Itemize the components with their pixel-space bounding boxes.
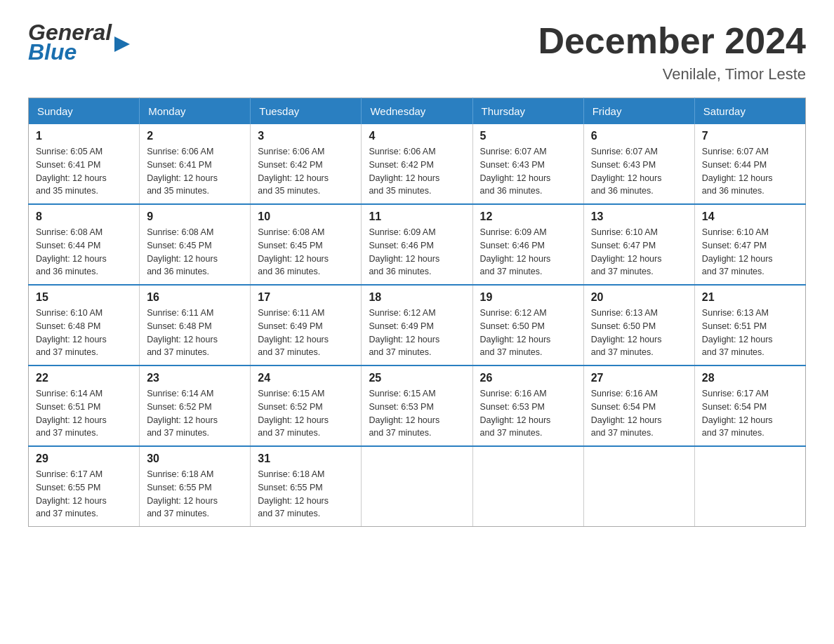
logo-blue-text: Blue [28,41,77,63]
calendar-day-cell: 23 Sunrise: 6:14 AMSunset: 6:52 PMDaylig… [140,365,251,446]
calendar-day-cell: 13 Sunrise: 6:10 AMSunset: 6:47 PMDaylig… [583,204,694,285]
calendar-table: SundayMondayTuesdayWednesdayThursdayFrid… [28,98,806,527]
calendar-day-cell: 19 Sunrise: 6:12 AMSunset: 6:50 PMDaylig… [472,285,583,365]
calendar-day-cell: 25 Sunrise: 6:15 AMSunset: 6:53 PMDaylig… [362,365,472,446]
day-info: Sunrise: 6:13 AMSunset: 6:51 PMDaylight:… [702,308,773,357]
calendar-day-cell: 31 Sunrise: 6:18 AMSunset: 6:55 PMDaylig… [251,446,362,527]
day-info: Sunrise: 6:15 AMSunset: 6:53 PMDaylight:… [369,389,439,438]
weekday-header: Thursday [472,98,583,125]
calendar-day-cell: 26 Sunrise: 6:16 AMSunset: 6:53 PMDaylig… [472,365,583,446]
day-number: 31 [258,452,354,465]
logo-triangle-icon [114,36,130,52]
day-number: 11 [369,210,465,223]
day-info: Sunrise: 6:09 AMSunset: 6:46 PMDaylight:… [480,227,551,276]
day-info: Sunrise: 6:17 AMSunset: 6:54 PMDaylight:… [702,389,773,438]
day-info: Sunrise: 6:12 AMSunset: 6:50 PMDaylight:… [480,308,551,357]
day-number: 14 [702,210,798,223]
calendar-day-cell: 24 Sunrise: 6:15 AMSunset: 6:52 PMDaylig… [251,365,362,446]
day-info: Sunrise: 6:05 AMSunset: 6:41 PMDaylight:… [36,147,107,196]
day-info: Sunrise: 6:10 AMSunset: 6:47 PMDaylight:… [591,227,662,276]
page-title: December 2024 [538,21,806,61]
weekday-header: Saturday [694,98,805,125]
day-number: 6 [591,130,687,142]
calendar-week-row: 29 Sunrise: 6:17 AMSunset: 6:55 PMDaylig… [29,446,806,527]
day-info: Sunrise: 6:14 AMSunset: 6:52 PMDaylight:… [147,389,218,438]
day-number: 26 [480,372,576,384]
day-number: 19 [480,291,576,304]
calendar-day-cell: 21 Sunrise: 6:13 AMSunset: 6:51 PMDaylig… [694,285,805,365]
calendar-day-cell: 27 Sunrise: 6:16 AMSunset: 6:54 PMDaylig… [583,365,694,446]
page-header: General Blue December 2024 Venilale, Tim… [28,21,806,83]
day-number: 22 [36,372,132,384]
day-number: 4 [369,130,465,142]
day-number: 13 [591,210,687,223]
calendar-day-cell: 14 Sunrise: 6:10 AMSunset: 6:47 PMDaylig… [694,204,805,285]
calendar-day-cell: 2 Sunrise: 6:06 AMSunset: 6:41 PMDayligh… [140,124,251,204]
calendar-day-cell: 6 Sunrise: 6:07 AMSunset: 6:43 PMDayligh… [583,124,694,204]
day-number: 17 [258,291,354,304]
day-number: 16 [147,291,243,304]
day-info: Sunrise: 6:17 AMSunset: 6:55 PMDaylight:… [36,469,107,518]
weekday-header: Friday [583,98,694,125]
calendar-day-cell: 1 Sunrise: 6:05 AMSunset: 6:41 PMDayligh… [29,124,140,204]
logo: General Blue [28,21,114,63]
day-info: Sunrise: 6:07 AMSunset: 6:43 PMDaylight:… [591,147,662,196]
calendar-day-cell: 17 Sunrise: 6:11 AMSunset: 6:49 PMDaylig… [251,285,362,365]
calendar-week-row: 15 Sunrise: 6:10 AMSunset: 6:48 PMDaylig… [29,285,806,365]
calendar-day-cell: 29 Sunrise: 6:17 AMSunset: 6:55 PMDaylig… [29,446,140,527]
day-number: 18 [369,291,465,304]
day-info: Sunrise: 6:06 AMSunset: 6:42 PMDaylight:… [258,147,329,196]
calendar-day-cell: 3 Sunrise: 6:06 AMSunset: 6:42 PMDayligh… [251,124,362,204]
calendar-day-cell: 7 Sunrise: 6:07 AMSunset: 6:44 PMDayligh… [694,124,805,204]
day-info: Sunrise: 6:09 AMSunset: 6:46 PMDaylight:… [369,227,439,276]
day-number: 23 [147,372,243,384]
day-info: Sunrise: 6:18 AMSunset: 6:55 PMDaylight:… [258,469,329,518]
calendar-day-cell [472,446,583,527]
day-info: Sunrise: 6:15 AMSunset: 6:52 PMDaylight:… [258,389,329,438]
calendar-day-cell: 22 Sunrise: 6:14 AMSunset: 6:51 PMDaylig… [29,365,140,446]
title-section: December 2024 Venilale, Timor Leste [538,21,806,83]
day-number: 24 [258,372,354,384]
calendar-day-cell: 11 Sunrise: 6:09 AMSunset: 6:46 PMDaylig… [362,204,472,285]
calendar-week-row: 1 Sunrise: 6:05 AMSunset: 6:41 PMDayligh… [29,124,806,204]
day-number: 21 [702,291,798,304]
calendar-day-cell: 18 Sunrise: 6:12 AMSunset: 6:49 PMDaylig… [362,285,472,365]
day-info: Sunrise: 6:08 AMSunset: 6:45 PMDaylight:… [258,227,329,276]
calendar-day-cell [583,446,694,527]
calendar-day-cell: 30 Sunrise: 6:18 AMSunset: 6:55 PMDaylig… [140,446,251,527]
day-info: Sunrise: 6:10 AMSunset: 6:47 PMDaylight:… [702,227,773,276]
day-number: 7 [702,130,798,142]
day-info: Sunrise: 6:11 AMSunset: 6:49 PMDaylight:… [258,308,329,357]
day-info: Sunrise: 6:06 AMSunset: 6:42 PMDaylight:… [369,147,439,196]
weekday-header: Monday [140,98,251,125]
weekday-header: Wednesday [362,98,472,125]
calendar-day-cell: 12 Sunrise: 6:09 AMSunset: 6:46 PMDaylig… [472,204,583,285]
day-number: 25 [369,372,465,384]
day-info: Sunrise: 6:16 AMSunset: 6:53 PMDaylight:… [480,389,551,438]
calendar-day-cell: 16 Sunrise: 6:11 AMSunset: 6:48 PMDaylig… [140,285,251,365]
day-number: 29 [36,452,132,465]
calendar-day-cell: 10 Sunrise: 6:08 AMSunset: 6:45 PMDaylig… [251,204,362,285]
day-number: 28 [702,372,798,384]
day-number: 9 [147,210,243,223]
weekday-header: Sunday [29,98,140,125]
day-info: Sunrise: 6:12 AMSunset: 6:49 PMDaylight:… [369,308,439,357]
calendar-header-row: SundayMondayTuesdayWednesdayThursdayFrid… [29,98,806,125]
day-info: Sunrise: 6:14 AMSunset: 6:51 PMDaylight:… [36,389,107,438]
calendar-day-cell: 9 Sunrise: 6:08 AMSunset: 6:45 PMDayligh… [140,204,251,285]
day-info: Sunrise: 6:07 AMSunset: 6:43 PMDaylight:… [480,147,551,196]
page-subtitle: Venilale, Timor Leste [538,65,806,83]
day-number: 3 [258,130,354,142]
day-info: Sunrise: 6:08 AMSunset: 6:44 PMDaylight:… [36,227,107,276]
calendar-day-cell: 15 Sunrise: 6:10 AMSunset: 6:48 PMDaylig… [29,285,140,365]
weekday-header: Tuesday [251,98,362,125]
day-number: 15 [36,291,132,304]
calendar-day-cell: 28 Sunrise: 6:17 AMSunset: 6:54 PMDaylig… [694,365,805,446]
calendar-day-cell: 20 Sunrise: 6:13 AMSunset: 6:50 PMDaylig… [583,285,694,365]
day-number: 2 [147,130,243,142]
calendar-day-cell: 5 Sunrise: 6:07 AMSunset: 6:43 PMDayligh… [472,124,583,204]
day-info: Sunrise: 6:11 AMSunset: 6:48 PMDaylight:… [147,308,218,357]
day-number: 30 [147,452,243,465]
day-number: 10 [258,210,354,223]
day-number: 27 [591,372,687,384]
